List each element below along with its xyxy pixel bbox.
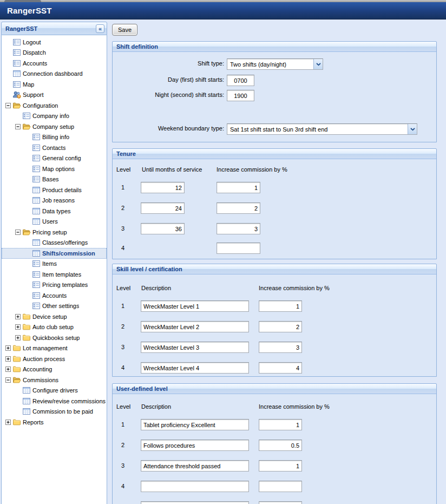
minus-expander-icon[interactable] (14, 228, 22, 237)
sidebar-item-company-info[interactable]: Company info (2, 111, 107, 122)
shift-type-select[interactable]: Two shifts (day/night) (227, 58, 323, 70)
folder-open-icon (12, 101, 21, 110)
tenure-col-commission: Increase commission by % (217, 166, 287, 173)
plus-expander-icon[interactable] (14, 323, 22, 331)
form-icon (32, 270, 41, 279)
minus-expander-icon[interactable] (14, 122, 22, 131)
plus-expander-icon[interactable] (4, 344, 12, 352)
sidebar-item-commissions[interactable]: Commissions (2, 375, 107, 385)
skill-description-input[interactable] (141, 300, 249, 312)
user-defined-description-input[interactable] (141, 501, 249, 504)
sidebar-item-item-templates[interactable]: Item templates (2, 269, 107, 280)
tenure-commission-input[interactable] (217, 182, 260, 193)
user-defined-commission-input[interactable] (259, 440, 302, 451)
sidebar-item-device-setup[interactable]: Device setup (2, 311, 107, 322)
user-defined-commission-input[interactable] (259, 419, 302, 430)
sidebar-item-bases[interactable]: Bases (2, 174, 107, 185)
skill-description-input[interactable] (141, 362, 249, 374)
sidebar-item-map-options[interactable]: Map options (2, 163, 107, 174)
user-defined-description-input[interactable] (141, 440, 249, 451)
tree-indent (23, 249, 32, 258)
sidebar-item-reports[interactable]: Reports (2, 417, 107, 428)
skill-level-label: 4 (115, 364, 130, 371)
save-button[interactable]: Save (112, 24, 137, 36)
plus-expander-icon[interactable] (14, 333, 22, 342)
sidebar-item-support[interactable]: ?Support (2, 90, 107, 101)
sidebar-item-auction-process[interactable]: Auction process (2, 354, 107, 364)
sidebar-item-users[interactable]: Users (2, 217, 107, 227)
tree-indent (23, 291, 32, 300)
tree-indent (4, 90, 12, 99)
plus-expander-icon[interactable] (14, 312, 22, 321)
minus-expander-icon[interactable] (4, 101, 12, 110)
grid-icon (12, 69, 21, 78)
sidebar-item-pricing-setup[interactable]: Pricing setup (2, 227, 107, 238)
sidebar-item-job-reasons[interactable]: Job reasons (2, 195, 107, 206)
skill-commission-input[interactable] (259, 300, 302, 312)
tenure-commission-input[interactable] (217, 223, 260, 234)
sidebar-item-label: Shifts/commission (41, 250, 95, 257)
tree-indent (23, 133, 32, 141)
sidebar-item-commission-to-be-paid[interactable]: Commission to be paid (2, 407, 107, 417)
sidebar-item-accounts[interactable]: Accounts (2, 58, 107, 69)
user-defined-description-input[interactable] (141, 481, 249, 492)
sidebar-item-data-types[interactable]: Data types (2, 206, 107, 217)
sidebar-item-accounts[interactable]: Accounts (2, 290, 107, 301)
sidebar-item-configure-drivers[interactable]: Configure drivers (2, 385, 107, 396)
chevron-down-icon[interactable] (313, 59, 323, 69)
sidebar-item-map[interactable]: Map (2, 79, 107, 90)
sidebar-item-quickbooks-setup[interactable]: Quickbooks setup (2, 332, 107, 343)
tenure-months-input[interactable] (141, 223, 185, 234)
navigation-tree: LogoutDispatchAccountsConnection dashboa… (1, 35, 107, 504)
tenure-months-input[interactable] (141, 182, 185, 193)
weekend-boundary-select[interactable]: Sat 1st shift start to Sun 3rd shift end (227, 123, 417, 135)
sidebar-item-contacts[interactable]: Contacts (2, 142, 107, 153)
sidebar-item-billing-info[interactable]: Billing info (2, 132, 107, 143)
sidebar-item-items[interactable]: Items (2, 259, 107, 270)
sidebar-item-shifts-commission[interactable]: Shifts/commission (2, 248, 107, 259)
sidebar-item-configuration[interactable]: Configuration (2, 100, 107, 111)
sidebar-item-other-settings[interactable]: Other settings (2, 301, 107, 312)
plus-expander-icon[interactable] (4, 355, 12, 363)
skill-commission-input[interactable] (259, 362, 302, 374)
skill-level-panel-title: Skill level / certification (113, 264, 436, 274)
plus-expander-icon[interactable] (4, 365, 12, 374)
collapse-sidebar-icon[interactable]: « (96, 24, 104, 33)
user-defined-commission-input[interactable] (259, 460, 302, 472)
sidebar-item-connection-dashboard[interactable]: Connection dashboard (2, 69, 107, 80)
skill-commission-input[interactable] (259, 342, 302, 353)
user-defined-description-input[interactable] (141, 419, 249, 430)
tenure-months-input[interactable] (141, 202, 185, 214)
skill-description-input[interactable] (141, 342, 249, 353)
sidebar-item-dispatch[interactable]: Dispatch (2, 48, 107, 58)
sidebar-item-company-setup[interactable]: Company setup (2, 121, 107, 132)
chevron-down-icon[interactable] (408, 124, 417, 134)
user-defined-commission-input[interactable] (259, 501, 302, 504)
tenure-commission-input[interactable] (217, 202, 260, 214)
sidebar-item-review-revise-commissions[interactable]: Review/revise commissions (2, 396, 107, 407)
skill-commission-input[interactable] (259, 321, 302, 332)
user-defined-description-input[interactable] (141, 460, 249, 472)
tree-indent (14, 112, 22, 120)
sidebar-item-product-details[interactable]: Product details (2, 185, 107, 195)
tree-indent (23, 175, 32, 184)
user-defined-commission-input[interactable] (259, 481, 302, 492)
form-icon (32, 302, 41, 310)
sidebar-item-lot-management[interactable]: Lot management (2, 343, 107, 354)
sidebar-item-classes-offerings[interactable]: Classes/offerings (2, 238, 107, 248)
night-shift-start-input[interactable] (227, 90, 254, 101)
sidebar-item-label: Pricing templates (41, 282, 88, 288)
sidebar-item-logout[interactable]: Logout (2, 37, 107, 48)
minus-expander-icon[interactable] (4, 376, 12, 384)
user-col-commission: Increase commission by % (259, 403, 330, 410)
folder-icon (22, 323, 31, 331)
plus-expander-icon[interactable] (4, 418, 12, 427)
day-shift-start-input[interactable] (227, 75, 254, 86)
sidebar-item-auto-club-setup[interactable]: Auto club setup (2, 322, 107, 333)
sidebar-item-accounting[interactable]: Accounting (2, 364, 107, 375)
sidebar-item-general-config[interactable]: General config (2, 153, 107, 164)
skill-description-input[interactable] (141, 321, 249, 332)
tree-indent (23, 154, 32, 162)
sidebar-item-pricing-templates[interactable]: Pricing templates (2, 280, 107, 291)
tenure-commission-input[interactable] (217, 243, 260, 254)
